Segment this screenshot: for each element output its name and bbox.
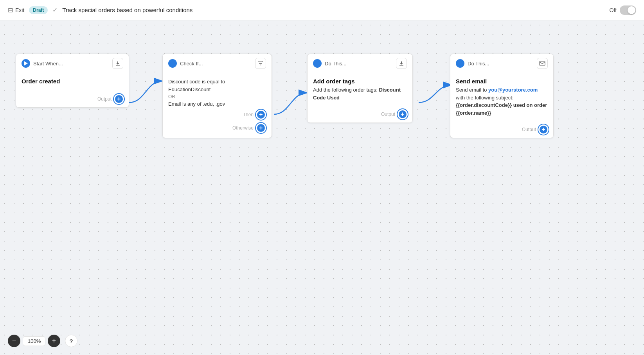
start-node-title: Start When... [33,61,109,67]
do2-dot [456,59,464,68]
topbar: ⊟ Exit Draft ✓ Track special orders base… [0,0,644,20]
do1-download-icon [399,61,404,66]
help-button[interactable]: ? [65,335,77,347]
do1-node-header: Do This... [308,54,412,73]
toggle-area: Off [610,5,636,15]
start-node: Start When... Order created Output + [16,54,129,108]
otherwise-add-button[interactable]: + [256,123,266,133]
do1-content-text: Add the following order tags: Discount C… [313,86,407,101]
zoom-level: 100% [23,336,45,346]
download-icon [115,61,121,66]
zoom-out-button[interactable]: − [8,335,20,347]
start-output-label: Output [97,96,112,102]
svg-marker-1 [24,61,28,66]
exit-icon: ⊟ [8,6,13,14]
do2-node-footer: Output + [450,121,553,138]
do2-node-body[interactable]: Send email Send email to you@yourstore.c… [450,73,553,121]
start-node-footer: Output + [16,91,129,107]
zoom-in-button[interactable]: + [48,335,60,347]
check-node-card: Check If... Discount code is equal to Ed… [162,54,272,138]
do2-email-link: you@yourstore.com [488,87,538,93]
otherwise-output-row: Otherwise + [168,123,266,133]
then-output-row: Then + [168,110,266,120]
check-condition-2: Email is any of .edu, .gov [168,100,266,108]
bottom-controls: − 100% + ? [8,335,77,347]
check-condition-1: Discount code is equal to EducationDisco… [168,78,266,93]
do2-node: Do This... Send email Send email to you@… [450,54,554,138]
do2-node-title: Do This... [468,61,534,67]
do1-node-card: Do This... Add order tags Add the follow… [307,54,413,123]
start-node-action[interactable] [112,58,123,69]
check-node-header: Check If... [163,54,272,73]
do2-node-card: Do This... Send email Send email to you@… [450,54,554,138]
then-label: Then [243,112,254,117]
toggle-label: Off [610,7,617,13]
do2-node-header: Do This... [450,54,553,73]
exit-button[interactable]: ⊟ Exit [8,6,24,14]
svg-point-8 [315,61,320,66]
start-add-button[interactable]: + [114,94,124,104]
do1-node-title: Do This... [325,61,393,67]
workflow-title: Track special orders based on powerful c… [62,7,604,13]
check-node-title: Check If... [180,61,252,67]
start-node-card: Start When... Order created Output + [16,54,129,108]
check-circle-icon: ✓ [52,6,58,14]
do1-node-body[interactable]: Add order tags Add the following order t… [308,73,412,106]
check-node: Check If... Discount code is equal to Ed… [162,54,272,138]
otherwise-label: Otherwise [232,125,254,131]
exit-label: Exit [15,7,24,13]
draft-badge: Draft [29,6,48,14]
do2-content-text: Send email to you@yourstore.com with the… [456,86,548,117]
svg-point-3 [170,61,175,66]
svg-rect-9 [399,65,403,66]
do1-dot [313,59,322,68]
check-dot-icon [170,61,175,66]
do1-add-button[interactable]: + [398,109,408,119]
do1-dot-icon [315,61,320,66]
do1-node-footer: Output + [308,106,412,123]
workflow-toggle[interactable] [620,5,636,15]
check-dot [168,59,177,68]
workflow-canvas: Start When... Order created Output + [0,20,644,355]
do2-add-button[interactable]: + [538,124,549,135]
start-node-header: Start When... [16,54,129,73]
check-node-body[interactable]: Discount code is equal to EducationDisco… [163,73,272,110]
do2-dot-icon [458,61,462,66]
check-node-action[interactable] [255,58,266,69]
do1-content-title: Add order tags [313,78,407,85]
do2-node-action[interactable] [537,58,548,69]
start-node-body[interactable]: Order created [16,73,129,91]
filter-icon [257,61,264,66]
then-add-button[interactable]: + [256,110,266,120]
email-icon [539,61,545,66]
do1-node: Do This... Add order tags Add the follow… [307,54,413,123]
svg-rect-2 [116,65,120,66]
check-outputs: Then + Otherwise + [163,110,272,138]
do2-output-label: Output [522,127,536,132]
start-dot [22,59,30,68]
do1-node-action[interactable] [396,58,407,69]
do1-output-label: Output [381,112,395,117]
do2-content-title: Send email [456,78,548,85]
svg-rect-11 [540,61,545,65]
start-content-title: Order created [22,78,123,85]
svg-point-10 [458,61,462,66]
play-icon [23,61,28,66]
check-or-divider: OR [168,93,266,100]
